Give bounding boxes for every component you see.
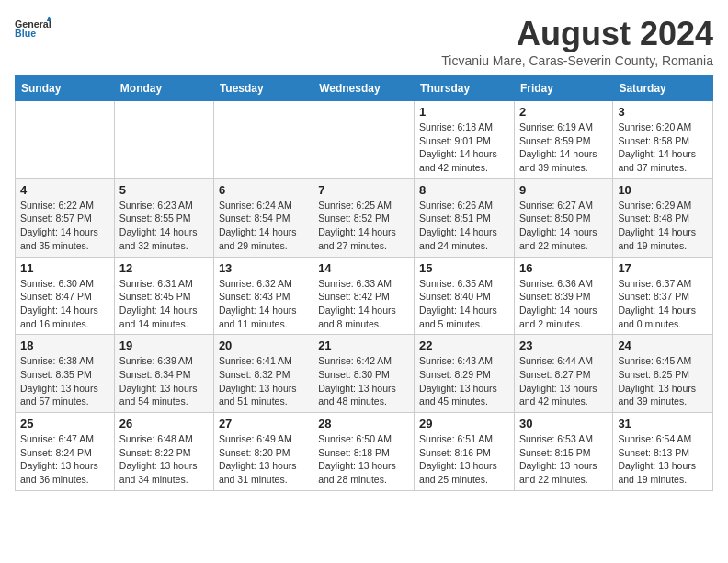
day-cell: 17Sunrise: 6:37 AM Sunset: 8:37 PM Dayli… — [613, 257, 713, 335]
day-detail: Sunrise: 6:25 AM Sunset: 8:52 PM Dayligh… — [318, 199, 409, 253]
day-cell: 2Sunrise: 6:19 AM Sunset: 8:59 PM Daylig… — [514, 101, 612, 179]
day-number: 1 — [419, 105, 509, 119]
week-row-4: 18Sunrise: 6:38 AM Sunset: 8:35 PM Dayli… — [16, 335, 713, 413]
page-header: General Blue August 2024 Ticvaniu Mare, … — [15, 15, 713, 68]
day-cell: 12Sunrise: 6:31 AM Sunset: 8:45 PM Dayli… — [114, 257, 213, 335]
day-cell: 26Sunrise: 6:48 AM Sunset: 8:22 PM Dayli… — [114, 413, 213, 491]
day-detail: Sunrise: 6:41 AM Sunset: 8:32 PM Dayligh… — [219, 354, 308, 408]
day-detail: Sunrise: 6:23 AM Sunset: 8:55 PM Dayligh… — [119, 199, 209, 253]
day-cell: 6Sunrise: 6:24 AM Sunset: 8:54 PM Daylig… — [213, 178, 313, 257]
week-row-3: 11Sunrise: 6:30 AM Sunset: 8:47 PM Dayli… — [16, 257, 713, 335]
day-cell: 5Sunrise: 6:23 AM Sunset: 8:55 PM Daylig… — [114, 178, 213, 257]
day-detail: Sunrise: 6:29 AM Sunset: 8:48 PM Dayligh… — [618, 199, 708, 253]
day-number: 2 — [519, 105, 608, 119]
day-detail: Sunrise: 6:43 AM Sunset: 8:29 PM Dayligh… — [419, 354, 509, 408]
day-detail: Sunrise: 6:20 AM Sunset: 8:58 PM Dayligh… — [618, 121, 708, 175]
day-detail: Sunrise: 6:51 AM Sunset: 8:16 PM Dayligh… — [419, 432, 509, 487]
day-detail: Sunrise: 6:38 AM Sunset: 8:35 PM Dayligh… — [20, 354, 109, 408]
day-detail: Sunrise: 6:54 AM Sunset: 8:13 PM Dayligh… — [618, 432, 708, 487]
day-detail: Sunrise: 6:32 AM Sunset: 8:43 PM Dayligh… — [219, 277, 308, 331]
day-number: 19 — [119, 339, 209, 352]
svg-text:Blue: Blue — [15, 28, 36, 39]
day-detail: Sunrise: 6:53 AM Sunset: 8:15 PM Dayligh… — [519, 432, 608, 487]
day-cell: 8Sunrise: 6:26 AM Sunset: 8:51 PM Daylig… — [415, 178, 515, 257]
day-number: 20 — [219, 339, 308, 352]
day-cell: 13Sunrise: 6:32 AM Sunset: 8:43 PM Dayli… — [213, 257, 313, 335]
header-row: SundayMondayTuesdayWednesdayThursdayFrid… — [16, 76, 713, 101]
day-detail: Sunrise: 6:39 AM Sunset: 8:34 PM Dayligh… — [119, 354, 209, 408]
calendar-body: 1Sunrise: 6:18 AM Sunset: 9:01 PM Daylig… — [16, 101, 713, 491]
day-cell: 4Sunrise: 6:22 AM Sunset: 8:57 PM Daylig… — [16, 178, 115, 257]
day-number: 18 — [20, 339, 109, 352]
day-detail: Sunrise: 6:35 AM Sunset: 8:40 PM Dayligh… — [419, 277, 509, 331]
day-number: 10 — [618, 183, 708, 197]
day-cell: 24Sunrise: 6:45 AM Sunset: 8:25 PM Dayli… — [613, 335, 713, 413]
calendar-table: SundayMondayTuesdayWednesdayThursdayFrid… — [15, 75, 713, 491]
day-number: 8 — [419, 183, 509, 197]
header-cell-sunday: Sunday — [16, 76, 115, 101]
day-cell — [213, 101, 313, 179]
day-detail: Sunrise: 6:24 AM Sunset: 8:54 PM Dayligh… — [219, 199, 308, 253]
day-cell: 23Sunrise: 6:44 AM Sunset: 8:27 PM Dayli… — [514, 335, 612, 413]
calendar-header: SundayMondayTuesdayWednesdayThursdayFrid… — [16, 76, 713, 101]
day-number: 28 — [318, 417, 409, 431]
day-number: 5 — [119, 183, 209, 197]
day-number: 11 — [20, 261, 109, 275]
day-number: 21 — [318, 339, 409, 352]
day-number: 17 — [618, 261, 708, 275]
header-cell-tuesday: Tuesday — [213, 76, 313, 101]
day-cell: 9Sunrise: 6:27 AM Sunset: 8:50 PM Daylig… — [514, 178, 612, 257]
day-number: 15 — [419, 261, 509, 275]
day-number: 3 — [618, 105, 708, 119]
day-number: 13 — [219, 261, 308, 275]
day-number: 31 — [618, 417, 708, 431]
day-cell: 31Sunrise: 6:54 AM Sunset: 8:13 PM Dayli… — [613, 413, 713, 491]
day-detail: Sunrise: 6:48 AM Sunset: 8:22 PM Dayligh… — [119, 432, 209, 487]
day-cell: 30Sunrise: 6:53 AM Sunset: 8:15 PM Dayli… — [514, 413, 612, 491]
day-detail: Sunrise: 6:31 AM Sunset: 8:45 PM Dayligh… — [119, 277, 209, 331]
day-cell: 14Sunrise: 6:33 AM Sunset: 8:42 PM Dayli… — [313, 257, 415, 335]
day-cell: 15Sunrise: 6:35 AM Sunset: 8:40 PM Dayli… — [415, 257, 515, 335]
day-number: 7 — [318, 183, 409, 197]
day-cell — [114, 101, 213, 179]
day-detail: Sunrise: 6:26 AM Sunset: 8:51 PM Dayligh… — [419, 199, 509, 253]
day-number: 6 — [219, 183, 308, 197]
day-number: 26 — [119, 417, 209, 431]
day-detail: Sunrise: 6:49 AM Sunset: 8:20 PM Dayligh… — [219, 432, 308, 487]
day-cell — [313, 101, 415, 179]
day-detail: Sunrise: 6:44 AM Sunset: 8:27 PM Dayligh… — [519, 354, 608, 408]
day-detail: Sunrise: 6:30 AM Sunset: 8:47 PM Dayligh… — [20, 277, 109, 331]
day-cell: 18Sunrise: 6:38 AM Sunset: 8:35 PM Dayli… — [16, 335, 115, 413]
header-cell-monday: Monday — [114, 76, 213, 101]
day-cell: 19Sunrise: 6:39 AM Sunset: 8:34 PM Dayli… — [114, 335, 213, 413]
header-cell-saturday: Saturday — [613, 76, 713, 101]
day-detail: Sunrise: 6:36 AM Sunset: 8:39 PM Dayligh… — [519, 277, 608, 331]
day-detail: Sunrise: 6:22 AM Sunset: 8:57 PM Dayligh… — [20, 199, 109, 253]
day-detail: Sunrise: 6:27 AM Sunset: 8:50 PM Dayligh… — [519, 199, 608, 253]
day-cell: 21Sunrise: 6:42 AM Sunset: 8:30 PM Dayli… — [313, 335, 415, 413]
day-detail: Sunrise: 6:42 AM Sunset: 8:30 PM Dayligh… — [318, 354, 409, 408]
day-cell: 29Sunrise: 6:51 AM Sunset: 8:16 PM Dayli… — [415, 413, 515, 491]
logo-icon: General Blue — [15, 15, 51, 42]
day-number: 23 — [519, 339, 608, 352]
day-number: 27 — [219, 417, 308, 431]
day-cell: 10Sunrise: 6:29 AM Sunset: 8:48 PM Dayli… — [613, 178, 713, 257]
day-cell: 7Sunrise: 6:25 AM Sunset: 8:52 PM Daylig… — [313, 178, 415, 257]
week-row-5: 25Sunrise: 6:47 AM Sunset: 8:24 PM Dayli… — [16, 413, 713, 491]
day-cell: 25Sunrise: 6:47 AM Sunset: 8:24 PM Dayli… — [16, 413, 115, 491]
day-cell: 16Sunrise: 6:36 AM Sunset: 8:39 PM Dayli… — [514, 257, 612, 335]
day-detail: Sunrise: 6:19 AM Sunset: 8:59 PM Dayligh… — [519, 121, 608, 175]
day-detail: Sunrise: 6:33 AM Sunset: 8:42 PM Dayligh… — [318, 277, 409, 331]
day-cell: 3Sunrise: 6:20 AM Sunset: 8:58 PM Daylig… — [613, 101, 713, 179]
day-detail: Sunrise: 6:47 AM Sunset: 8:24 PM Dayligh… — [20, 432, 109, 487]
subtitle: Ticvaniu Mare, Caras-Severin County, Rom… — [441, 53, 713, 68]
day-detail: Sunrise: 6:50 AM Sunset: 8:18 PM Dayligh… — [318, 432, 409, 487]
day-detail: Sunrise: 6:45 AM Sunset: 8:25 PM Dayligh… — [618, 354, 708, 408]
header-cell-friday: Friday — [514, 76, 612, 101]
day-number: 9 — [519, 183, 608, 197]
title-area: August 2024 Ticvaniu Mare, Caras-Severin… — [441, 15, 713, 68]
logo: General Blue — [15, 15, 51, 44]
day-cell: 22Sunrise: 6:43 AM Sunset: 8:29 PM Dayli… — [415, 335, 515, 413]
day-number: 24 — [618, 339, 708, 352]
header-cell-wednesday: Wednesday — [313, 76, 415, 101]
